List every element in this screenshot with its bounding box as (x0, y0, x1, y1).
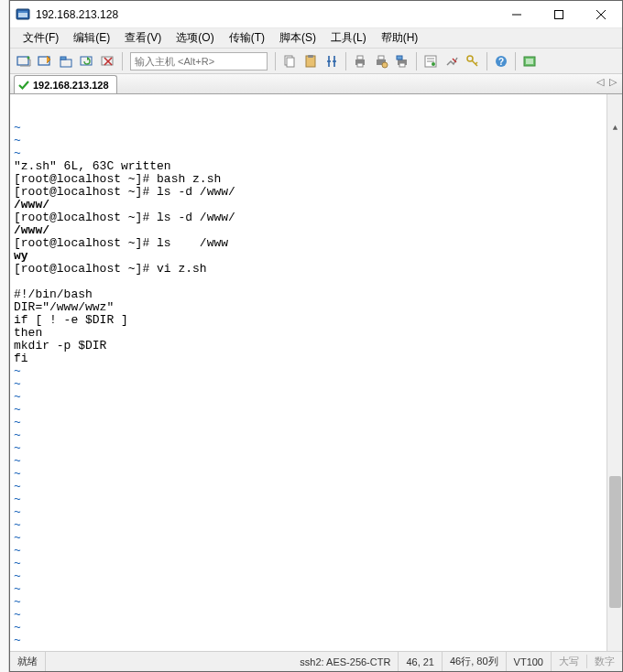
disconnect-icon[interactable] (98, 51, 118, 71)
terminal-line: ~ (14, 506, 618, 519)
terminal-line: ~ (14, 493, 618, 506)
close-button[interactable] (580, 1, 622, 28)
status-protocol: ssh2: AES-256-CTR (292, 652, 399, 671)
quick-connect-icon[interactable] (35, 51, 55, 71)
terminal-viewport[interactable]: ~~~"z.sh" 6L, 63C written[root@localhost… (10, 94, 622, 651)
terminal-line: wy (14, 250, 618, 263)
svg-rect-27 (399, 63, 405, 67)
terminal-line: ~ (14, 519, 618, 532)
session-options-icon[interactable] (421, 51, 441, 71)
session-tab[interactable]: 192.168.213.128 (14, 75, 117, 93)
toolbar-sep (486, 52, 487, 70)
terminal-line: [root@localhost ~]# ls -d /www/ (14, 211, 618, 224)
tab-label: 192.168.213.128 (33, 80, 109, 91)
svg-point-32 (432, 62, 435, 66)
svg-rect-24 (378, 56, 384, 60)
copy-icon[interactable] (279, 51, 300, 71)
menu-file[interactable]: 文件(F) (16, 28, 66, 48)
connect-icon[interactable] (14, 51, 34, 71)
global-options-icon[interactable] (442, 51, 462, 71)
vertical-scrollbar[interactable]: ▲ ▼ (607, 94, 622, 651)
toolbar: ? (10, 49, 622, 74)
terminal-line: ~ (14, 622, 618, 634)
maximize-button[interactable] (538, 1, 580, 28)
terminal-line: ~ (14, 378, 618, 391)
menu-edit[interactable]: 编辑(E) (66, 28, 117, 48)
toolbar-sep (275, 52, 276, 70)
svg-line-35 (475, 62, 477, 64)
tab-prev-icon[interactable]: ◁ (596, 76, 604, 88)
terminal-line: ~ (14, 545, 618, 558)
print-setup-icon[interactable] (371, 51, 391, 71)
terminal-line: ~ (14, 570, 618, 583)
svg-point-8 (27, 56, 30, 59)
status-caps: 大写 (552, 655, 587, 668)
terminal-line: [root@localhost ~]# bash z.sh (14, 173, 618, 186)
terminal-line: ~ (14, 634, 618, 647)
terminal-line: "z.sh" 6L, 63C written (14, 160, 618, 173)
terminal-line: ~ (14, 583, 618, 596)
tab-nav-arrows: ◁ ▷ (596, 76, 617, 88)
reconnect-icon[interactable] (77, 51, 97, 71)
terminal-line: [root@localhost ~]# ls -d /www/ (14, 186, 618, 199)
toolbar-sep (515, 52, 516, 70)
tabbar: 192.168.213.128 ◁ ▷ (10, 74, 622, 94)
terminal-line: ~ (14, 532, 618, 545)
quick-connect-input[interactable] (130, 52, 268, 70)
minimize-button[interactable] (496, 1, 538, 28)
terminal-line: ~ (14, 147, 618, 160)
menu-options[interactable]: 选项(O) (169, 28, 221, 48)
svg-rect-28 (397, 56, 402, 60)
find-icon[interactable] (322, 51, 342, 71)
svg-rect-22 (357, 63, 363, 67)
window-controls (496, 1, 622, 28)
svg-rect-2 (18, 11, 27, 13)
terminal-line: /www/ (14, 224, 618, 237)
svg-rect-39 (526, 59, 533, 64)
titlebar: 192.168.213.128 (10, 1, 622, 28)
print-icon[interactable] (350, 51, 370, 71)
scrollbar-track[interactable] (607, 161, 622, 651)
terminal-line: ~ (14, 468, 618, 481)
terminal-line: ~ (14, 122, 618, 135)
help-icon[interactable]: ? (491, 51, 511, 71)
terminal-line: [root@localhost ~]# vi z.sh (14, 263, 618, 276)
terminal-line: ~ (14, 481, 618, 493)
menu-help[interactable]: 帮助(H) (374, 28, 426, 48)
svg-rect-19 (308, 55, 313, 58)
status-num: 数字 (587, 655, 622, 668)
status-ready: 就绪 (10, 652, 46, 671)
tab-next-icon[interactable]: ▷ (609, 76, 617, 88)
svg-rect-4 (555, 10, 563, 18)
svg-rect-17 (287, 58, 294, 67)
terminal-line: ~ (14, 442, 618, 455)
terminal-line: if [ ! -e $DIR ] (14, 314, 618, 327)
key-icon[interactable] (463, 51, 483, 71)
terminal-line: [root@localhost ~]# ls /www (14, 237, 618, 250)
main-window: 192.168.213.128 文件(F) 编辑(E) 查看(V) 选项(O) … (9, 0, 623, 672)
menu-script[interactable]: 脚本(S) (272, 28, 323, 48)
svg-rect-11 (60, 57, 66, 60)
terminal-line: fi (14, 352, 618, 365)
svg-point-25 (382, 62, 388, 68)
scroll-up-icon[interactable]: ▲ (607, 120, 622, 135)
toolbar-sep (345, 52, 346, 70)
scrollbar-thumb[interactable] (609, 476, 621, 608)
menu-transfer[interactable]: 传输(T) (222, 28, 272, 48)
terminal-line: ~ (14, 455, 618, 468)
window-title: 192.168.213.128 (36, 8, 496, 21)
statusbar: 就绪 ssh2: AES-256-CTR 46, 21 46行, 80列 VT1… (10, 651, 622, 671)
terminal-line (14, 276, 618, 288)
toolbar-sep (416, 52, 417, 70)
paste-icon[interactable] (301, 51, 321, 71)
terminal-line: DIR="/www/wwz" (14, 301, 618, 314)
terminal-line: ~ (14, 647, 618, 651)
print-screen-icon[interactable] (392, 51, 412, 71)
status-dimensions: 46行, 80列 (443, 652, 507, 671)
menu-view[interactable]: 查看(V) (117, 28, 169, 48)
securefx-icon[interactable] (519, 51, 540, 71)
connected-check-icon (18, 80, 29, 91)
terminal-line: #!/bin/bash (14, 288, 618, 301)
menu-tools[interactable]: 工具(L) (323, 28, 374, 48)
tab-connect-icon[interactable] (56, 51, 76, 71)
